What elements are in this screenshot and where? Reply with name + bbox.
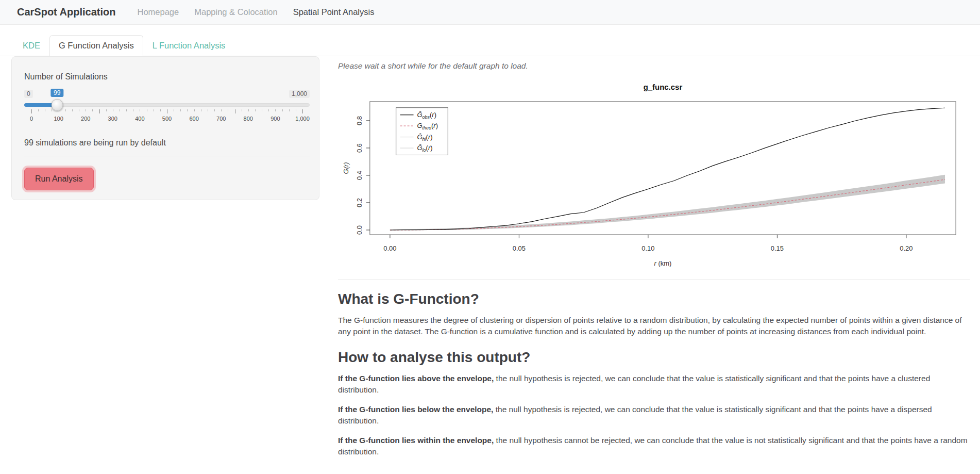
- slider-grid-label: 400: [135, 116, 144, 122]
- slider-grid-tick: [45, 109, 45, 111]
- slider-grid-tick: [235, 109, 235, 113]
- slider-min-label: 0: [24, 90, 33, 98]
- navbar-links: Homepage Mapping & Colocation Spatial Po…: [137, 7, 374, 17]
- slider-grid-tick: [289, 109, 290, 111]
- slider-track[interactable]: [24, 103, 310, 107]
- slider-grid-label: 200: [81, 116, 90, 122]
- navbar: CarSpot Application Homepage Mapping & C…: [0, 0, 980, 25]
- svg-text:0.0: 0.0: [356, 225, 363, 235]
- slider-grid-tick: [180, 109, 181, 111]
- svg-text:0.4: 0.4: [356, 171, 363, 180]
- slider-grid-tick: [92, 109, 93, 111]
- svg-text:0.8: 0.8: [356, 116, 363, 125]
- svg-text:0.15: 0.15: [771, 244, 784, 252]
- slider-grid-tick: [167, 109, 167, 113]
- slider-grid-tick: [147, 109, 147, 111]
- section-paragraph: If the G-function lies below the envelop…: [338, 404, 970, 427]
- slider-grid-tick: [31, 109, 32, 113]
- slider-grid-tick: [187, 109, 188, 111]
- tab-l-function-analysis[interactable]: L Function Analysis: [143, 35, 235, 56]
- slider-grid-tick: [113, 109, 113, 111]
- section-paragraph: If the G-function lies above the envelop…: [338, 373, 970, 396]
- main-panel: Please wait a short while for the defaul…: [338, 56, 970, 465]
- sidebar-divider: [24, 156, 310, 156]
- slider-grid-tick: [268, 109, 269, 111]
- svg-text:r (km): r (km): [654, 259, 672, 267]
- svg-text:0.00: 0.00: [383, 244, 396, 252]
- slider-grid-label: 0: [30, 116, 33, 122]
- slider-grid-tick: [248, 109, 249, 111]
- slider-grid-tick: [201, 109, 201, 111]
- slider-grid-tick: [99, 109, 100, 113]
- slider-grid-tick: [228, 109, 228, 111]
- slider-grid-tick: [79, 109, 79, 111]
- nav-item-homepage[interactable]: Homepage: [137, 7, 179, 17]
- slider-grid-tick: [214, 109, 215, 111]
- tab-kde[interactable]: KDE: [13, 35, 49, 56]
- svg-text:0.2: 0.2: [356, 198, 363, 207]
- slider-grid-tick: [255, 109, 256, 111]
- section-how-to-analyse: How to analyse this output? If the G-fun…: [338, 349, 970, 458]
- app-title: CarSpot Application: [17, 6, 115, 18]
- slider-grid-tick: [221, 109, 222, 111]
- section-paragraph: If the G-function lies within the envelo…: [338, 435, 970, 458]
- g-function-plot-svg: g_func.csr0.000.050.100.150.20r (km)0.00…: [338, 72, 970, 270]
- tab-bar: KDE G Function Analysis L Function Analy…: [0, 35, 980, 56]
- section-what-is-g-function: What is G-Function? The G-function measu…: [338, 291, 970, 338]
- svg-text:0.05: 0.05: [513, 244, 526, 252]
- slider-grid-tick: [194, 109, 195, 111]
- slider-grid-tick: [242, 109, 242, 111]
- slider-grid-tick: [160, 109, 161, 111]
- slider-grid-tick: [262, 109, 262, 111]
- nav-item-spatial-point-analysis[interactable]: Spatial Point Analysis: [293, 7, 375, 17]
- slider-grid-label: 800: [244, 116, 253, 122]
- slider-grid-label: 300: [108, 116, 117, 122]
- slider-grid-tick: [174, 109, 174, 111]
- main-divider: [338, 279, 970, 280]
- slider-grid-tick: [59, 109, 59, 111]
- run-analysis-button[interactable]: Run Analysis: [24, 168, 94, 190]
- slider-grid-tick: [208, 109, 208, 111]
- simulations-slider-label: Number of Simulations: [24, 72, 310, 81]
- slider-grid-tick: [302, 109, 303, 113]
- slider-grid-tick: [106, 109, 107, 111]
- slider-grid-label: 500: [162, 116, 172, 122]
- section-heading: What is G-Function?: [338, 291, 970, 307]
- section-heading: How to analyse this output?: [338, 349, 970, 366]
- slider-grid-tick: [133, 109, 133, 111]
- loading-note: Please wait a short while for the defaul…: [338, 61, 970, 71]
- slider-grid-tick: [120, 109, 120, 111]
- slider-grid: 01002003004005006007008009001,000: [31, 109, 302, 130]
- slider-grid-tick: [140, 109, 140, 111]
- slider-grid-tick: [86, 109, 86, 111]
- slider-grid-label: 1,000: [295, 116, 310, 122]
- slider-grid-tick: [275, 109, 276, 111]
- sidebar-panel: Number of Simulations 0 1,000 99 0100200…: [11, 56, 319, 200]
- simulations-note: 99 simulations are being run by default: [24, 138, 310, 148]
- slider-grid-tick: [282, 109, 283, 111]
- slider-grid-tick: [65, 109, 66, 111]
- slider-grid-tick: [154, 109, 154, 111]
- slider-max-label: 1,000: [289, 90, 310, 98]
- slider-grid-tick: [52, 109, 52, 111]
- svg-text:g_func.csr: g_func.csr: [644, 83, 683, 91]
- slider-grid-tick: [126, 109, 127, 111]
- slider-value-badge: 99: [50, 89, 63, 97]
- slider-grid-tick: [38, 109, 39, 111]
- content: Number of Simulations 0 1,000 99 0100200…: [0, 56, 980, 474]
- svg-text:0.10: 0.10: [641, 244, 654, 252]
- slider-grid-label: 900: [271, 116, 280, 122]
- simulations-slider[interactable]: 0 1,000 99 01002003004005006007008009001…: [24, 89, 310, 133]
- svg-text:0.6: 0.6: [356, 143, 363, 153]
- g-function-plot: g_func.csr0.000.050.100.150.20r (km)0.00…: [338, 72, 970, 270]
- svg-text:G(r): G(r): [342, 162, 350, 174]
- slider-grid-label: 100: [54, 116, 63, 122]
- slider-grid-label: 700: [216, 116, 226, 122]
- section-paragraph: The G-function measures the degree of cl…: [338, 315, 970, 338]
- tab-g-function-analysis[interactable]: G Function Analysis: [49, 35, 143, 56]
- slider-grid-label: 600: [189, 116, 198, 122]
- slider-grid-tick: [72, 109, 73, 111]
- slider-grid-tick: [296, 109, 296, 111]
- svg-text:0.20: 0.20: [900, 244, 913, 252]
- nav-item-mapping-colocation[interactable]: Mapping & Colocation: [194, 7, 277, 17]
